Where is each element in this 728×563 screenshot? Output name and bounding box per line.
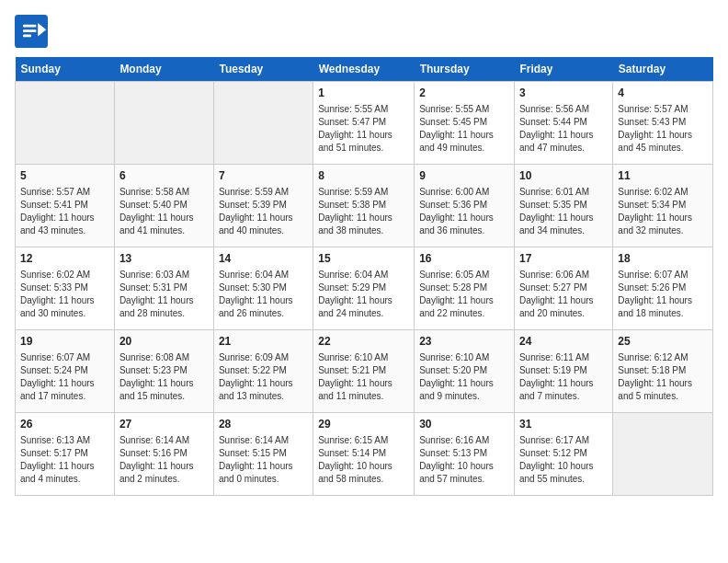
- day-number: 25: [618, 334, 708, 350]
- day-number: 4: [618, 86, 708, 101]
- day-number: 9: [419, 168, 509, 184]
- day-number: 31: [519, 417, 608, 432]
- weekday-header-friday: Friday: [514, 57, 612, 82]
- day-number: 22: [318, 334, 409, 350]
- day-number: 28: [219, 417, 308, 432]
- day-cell: 24Sunrise: 6:11 AM Sunset: 5:19 PM Dayli…: [514, 330, 612, 413]
- day-cell: 20Sunrise: 6:08 AM Sunset: 5:23 PM Dayli…: [114, 330, 213, 413]
- weekday-header-wednesday: Wednesday: [313, 57, 415, 82]
- day-number: 19: [20, 334, 109, 350]
- day-cell: 13Sunrise: 6:03 AM Sunset: 5:31 PM Dayli…: [114, 247, 213, 330]
- day-cell: [114, 82, 213, 165]
- svg-rect-3: [23, 29, 36, 32]
- day-number: 12: [20, 251, 109, 267]
- header: [15, 15, 713, 48]
- day-cell: 9Sunrise: 6:00 AM Sunset: 5:36 PM Daylig…: [415, 165, 515, 247]
- day-info: Sunrise: 6:07 AM Sunset: 5:24 PM Dayligh…: [20, 351, 109, 403]
- svg-rect-2: [23, 25, 36, 28]
- day-info: Sunrise: 6:02 AM Sunset: 5:34 PM Dayligh…: [618, 186, 708, 237]
- day-cell: 16Sunrise: 6:05 AM Sunset: 5:28 PM Dayli…: [415, 247, 515, 330]
- day-number: 24: [519, 334, 608, 350]
- day-info: Sunrise: 5:59 AM Sunset: 5:38 PM Dayligh…: [318, 186, 409, 237]
- day-cell: 7Sunrise: 5:59 AM Sunset: 5:39 PM Daylig…: [213, 165, 313, 247]
- header-row: SundayMondayTuesdayWednesdayThursdayFrid…: [16, 57, 713, 82]
- day-info: Sunrise: 6:14 AM Sunset: 5:15 PM Dayligh…: [219, 434, 308, 486]
- day-info: Sunrise: 6:04 AM Sunset: 5:29 PM Dayligh…: [318, 269, 409, 320]
- day-number: 18: [618, 251, 708, 267]
- day-info: Sunrise: 5:56 AM Sunset: 5:44 PM Dayligh…: [519, 103, 608, 155]
- calendar-table: SundayMondayTuesdayWednesdayThursdayFrid…: [15, 57, 713, 496]
- day-info: Sunrise: 6:00 AM Sunset: 5:36 PM Dayligh…: [419, 186, 509, 237]
- day-cell: 1Sunrise: 5:55 AM Sunset: 5:47 PM Daylig…: [313, 82, 415, 165]
- day-cell: [16, 82, 115, 165]
- day-info: Sunrise: 6:04 AM Sunset: 5:30 PM Dayligh…: [219, 269, 308, 320]
- day-cell: 17Sunrise: 6:06 AM Sunset: 5:27 PM Dayli…: [514, 247, 612, 330]
- day-number: 21: [219, 334, 308, 350]
- day-number: 17: [519, 251, 608, 267]
- day-cell: 19Sunrise: 6:07 AM Sunset: 5:24 PM Dayli…: [16, 330, 115, 413]
- day-info: Sunrise: 6:02 AM Sunset: 5:33 PM Dayligh…: [20, 269, 109, 320]
- day-cell: 31Sunrise: 6:17 AM Sunset: 5:12 PM Dayli…: [514, 413, 612, 496]
- week-row-4: 19Sunrise: 6:07 AM Sunset: 5:24 PM Dayli…: [16, 330, 713, 413]
- day-cell: 27Sunrise: 6:14 AM Sunset: 5:16 PM Dayli…: [114, 413, 213, 496]
- day-cell: 22Sunrise: 6:10 AM Sunset: 5:21 PM Dayli…: [313, 330, 415, 413]
- day-cell: 5Sunrise: 5:57 AM Sunset: 5:41 PM Daylig…: [16, 165, 115, 247]
- day-cell: 14Sunrise: 6:04 AM Sunset: 5:30 PM Dayli…: [213, 247, 313, 330]
- day-info: Sunrise: 6:05 AM Sunset: 5:28 PM Dayligh…: [419, 269, 509, 320]
- day-cell: 10Sunrise: 6:01 AM Sunset: 5:35 PM Dayli…: [514, 165, 612, 247]
- day-number: 5: [20, 168, 109, 184]
- day-cell: 11Sunrise: 6:02 AM Sunset: 5:34 PM Dayli…: [613, 165, 713, 247]
- day-cell: 4Sunrise: 5:57 AM Sunset: 5:43 PM Daylig…: [613, 82, 713, 165]
- day-number: 27: [119, 417, 209, 432]
- day-cell: 15Sunrise: 6:04 AM Sunset: 5:29 PM Dayli…: [313, 247, 415, 330]
- day-cell: [213, 82, 313, 165]
- day-cell: 30Sunrise: 6:16 AM Sunset: 5:13 PM Dayli…: [415, 413, 515, 496]
- day-number: 23: [419, 334, 509, 350]
- day-cell: 29Sunrise: 6:15 AM Sunset: 5:14 PM Dayli…: [313, 413, 415, 496]
- day-cell: 21Sunrise: 6:09 AM Sunset: 5:22 PM Dayli…: [213, 330, 313, 413]
- day-info: Sunrise: 5:57 AM Sunset: 5:43 PM Dayligh…: [618, 103, 708, 155]
- week-row-3: 12Sunrise: 6:02 AM Sunset: 5:33 PM Dayli…: [16, 247, 713, 330]
- day-info: Sunrise: 6:11 AM Sunset: 5:19 PM Dayligh…: [519, 351, 608, 403]
- day-number: 26: [20, 417, 109, 432]
- day-info: Sunrise: 6:17 AM Sunset: 5:12 PM Dayligh…: [519, 434, 608, 486]
- day-number: 1: [318, 86, 409, 101]
- day-cell: 25Sunrise: 6:12 AM Sunset: 5:18 PM Dayli…: [613, 330, 713, 413]
- weekday-header-thursday: Thursday: [415, 57, 515, 82]
- day-number: 10: [519, 168, 608, 184]
- day-cell: [613, 413, 713, 496]
- day-number: 6: [119, 168, 209, 184]
- day-cell: 8Sunrise: 5:59 AM Sunset: 5:38 PM Daylig…: [313, 165, 415, 247]
- svg-rect-4: [23, 35, 31, 38]
- day-info: Sunrise: 6:12 AM Sunset: 5:18 PM Dayligh…: [618, 351, 708, 403]
- day-cell: 28Sunrise: 6:14 AM Sunset: 5:15 PM Dayli…: [213, 413, 313, 496]
- weekday-header-monday: Monday: [114, 57, 213, 82]
- day-info: Sunrise: 6:03 AM Sunset: 5:31 PM Dayligh…: [119, 269, 209, 320]
- weekday-header-sunday: Sunday: [16, 57, 115, 82]
- day-number: 29: [318, 417, 409, 432]
- day-info: Sunrise: 5:55 AM Sunset: 5:47 PM Dayligh…: [318, 103, 409, 155]
- calendar-page: SundayMondayTuesdayWednesdayThursdayFrid…: [0, 0, 728, 563]
- day-info: Sunrise: 5:57 AM Sunset: 5:41 PM Dayligh…: [20, 186, 109, 237]
- day-cell: 26Sunrise: 6:13 AM Sunset: 5:17 PM Dayli…: [16, 413, 115, 496]
- day-cell: 23Sunrise: 6:10 AM Sunset: 5:20 PM Dayli…: [415, 330, 515, 413]
- day-cell: 6Sunrise: 5:58 AM Sunset: 5:40 PM Daylig…: [114, 165, 213, 247]
- day-number: 8: [318, 168, 409, 184]
- day-info: Sunrise: 6:01 AM Sunset: 5:35 PM Dayligh…: [519, 186, 608, 237]
- day-number: 16: [419, 251, 509, 267]
- day-number: 11: [618, 168, 708, 184]
- weekday-header-saturday: Saturday: [613, 57, 713, 82]
- logo: [15, 15, 51, 48]
- day-info: Sunrise: 6:06 AM Sunset: 5:27 PM Dayligh…: [519, 269, 608, 320]
- day-cell: 12Sunrise: 6:02 AM Sunset: 5:33 PM Dayli…: [16, 247, 115, 330]
- day-info: Sunrise: 6:14 AM Sunset: 5:16 PM Dayligh…: [119, 434, 209, 486]
- day-info: Sunrise: 6:15 AM Sunset: 5:14 PM Dayligh…: [318, 434, 409, 486]
- week-row-2: 5Sunrise: 5:57 AM Sunset: 5:41 PM Daylig…: [16, 165, 713, 247]
- day-info: Sunrise: 6:16 AM Sunset: 5:13 PM Dayligh…: [419, 434, 509, 486]
- week-row-1: 1Sunrise: 5:55 AM Sunset: 5:47 PM Daylig…: [16, 82, 713, 165]
- day-number: 2: [419, 86, 509, 101]
- day-info: Sunrise: 6:08 AM Sunset: 5:23 PM Dayligh…: [119, 351, 209, 403]
- logo-icon: [15, 15, 48, 48]
- day-info: Sunrise: 6:10 AM Sunset: 5:21 PM Dayligh…: [318, 351, 409, 403]
- weekday-header-tuesday: Tuesday: [213, 57, 313, 82]
